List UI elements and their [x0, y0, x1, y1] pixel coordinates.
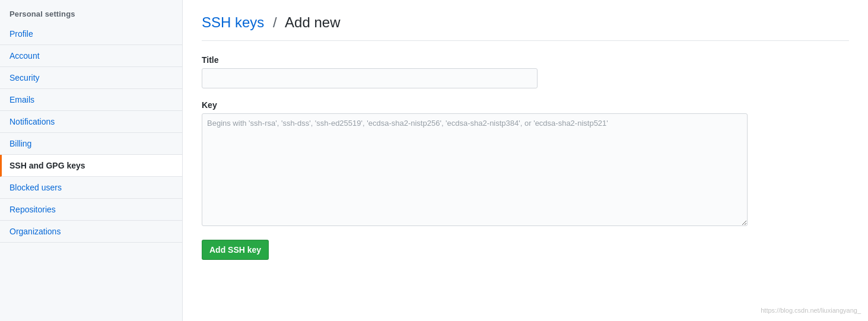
title-label: Title — [202, 55, 849, 65]
sidebar-item-profile[interactable]: Profile — [0, 23, 182, 45]
breadcrumb-separator: / — [273, 14, 277, 30]
sidebar-item-account[interactable]: Account — [0, 45, 182, 67]
sidebar-link-organizations[interactable]: Organizations — [0, 221, 182, 242]
page-header: SSH keys / Add new — [202, 14, 849, 41]
sidebar-item-ssh-gpg-keys[interactable]: SSH and GPG keys — [0, 155, 182, 177]
sidebar-link-account[interactable]: Account — [0, 45, 182, 66]
watermark: https://blog.csdn.net/liuxiangyang_ — [761, 307, 861, 314]
sidebar-nav: Profile Account Security Emails Notifica… — [0, 23, 182, 243]
main-content: SSH keys / Add new Title Key Add SSH key… — [183, 0, 868, 321]
sidebar-link-billing[interactable]: Billing — [0, 133, 182, 154]
key-label: Key — [202, 100, 849, 110]
sidebar-link-security[interactable]: Security — [0, 67, 182, 88]
sidebar-link-profile[interactable]: Profile — [0, 23, 182, 45]
key-form-group: Key — [202, 100, 849, 228]
page-title: SSH keys / Add new — [202, 14, 340, 31]
page-title-suffix: Add new — [285, 14, 340, 30]
sidebar-item-emails[interactable]: Emails — [0, 89, 182, 111]
title-input[interactable] — [202, 68, 538, 88]
add-ssh-key-button[interactable]: Add SSH key — [202, 240, 269, 260]
title-form-group: Title — [202, 55, 849, 88]
sidebar-item-organizations[interactable]: Organizations — [0, 221, 182, 243]
sidebar-item-security[interactable]: Security — [0, 67, 182, 89]
sidebar-item-repositories[interactable]: Repositories — [0, 199, 182, 221]
sidebar-link-ssh-gpg-keys[interactable]: SSH and GPG keys — [2, 155, 182, 176]
sidebar-item-notifications[interactable]: Notifications — [0, 111, 182, 133]
sidebar-item-blocked-users[interactable]: Blocked users — [0, 177, 182, 199]
key-textarea[interactable] — [202, 113, 748, 226]
sidebar-item-billing[interactable]: Billing — [0, 133, 182, 155]
sidebar-link-emails[interactable]: Emails — [0, 89, 182, 110]
sidebar: Personal settings Profile Account Securi… — [0, 0, 183, 321]
breadcrumb-link[interactable]: SSH keys — [202, 14, 264, 30]
sidebar-link-blocked-users[interactable]: Blocked users — [0, 177, 182, 198]
sidebar-heading: Personal settings — [0, 9, 182, 23]
sidebar-link-notifications[interactable]: Notifications — [0, 111, 182, 132]
sidebar-link-repositories[interactable]: Repositories — [0, 199, 182, 220]
